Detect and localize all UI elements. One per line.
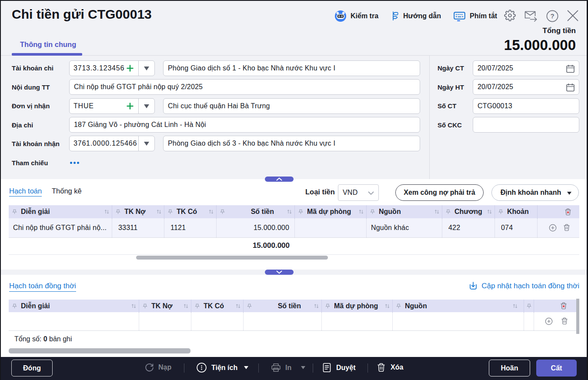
svg-text:?: ?	[550, 12, 554, 20]
